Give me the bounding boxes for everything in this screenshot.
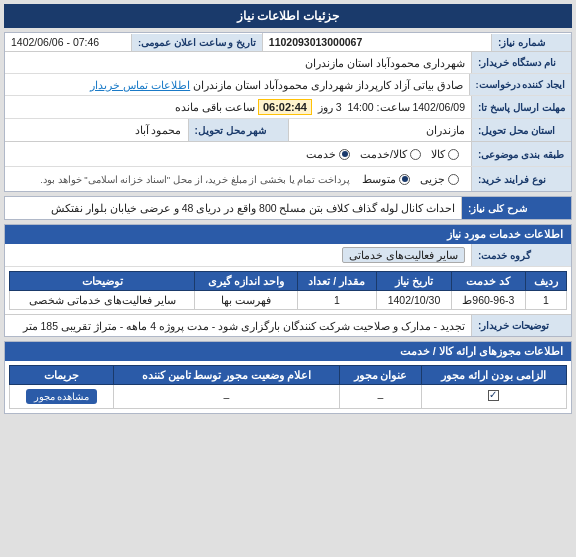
province-col: استان محل تحویل: مازندران — [288, 119, 572, 141]
city-label: شهر محل تحویل: — [188, 119, 288, 141]
radio-kk-icon — [410, 149, 421, 160]
radio-kala-icon — [448, 149, 459, 160]
cell-unit: فهرست بها — [195, 291, 297, 310]
creator-row: ایجاد کننده درخواست: صادق بیاتی آزاد کار… — [5, 74, 571, 96]
col-required: الزامی بودن ارائه مجور — [421, 366, 566, 385]
service-group-value: سایر فعالیت‌های خدماتی — [5, 244, 471, 266]
city-value: محمود آباد — [5, 119, 188, 141]
radio-khadmat-label: خدمت — [306, 148, 336, 160]
option-jozi[interactable]: جزیی — [420, 173, 459, 185]
cell-required — [421, 385, 566, 409]
city-col: شهر محل تحویل: محمود آباد — [5, 119, 288, 141]
radio-jozi-label: جزیی — [420, 173, 445, 185]
buyer-label: نام دستگاه خریدار: — [471, 52, 571, 73]
creator-text: صادق بیاتی آزاد کارپرداز شهرداری محمودآب… — [193, 79, 462, 91]
col-desc: توضیحات — [10, 272, 195, 291]
purchase-type-label: نوع فرایند خرید: — [471, 167, 571, 191]
remain-label: ساعت باقی مانده — [175, 101, 255, 113]
service-table-wrapper: ردیف کد خدمت تاریخ نیاز مقدار / تعداد وا… — [5, 267, 571, 314]
buyer-value: شهرداری محمودآباد استان مازندران — [5, 52, 471, 73]
services-title: اطلاعات خدمات مورد نیاز — [5, 225, 571, 244]
license-table-wrapper: الزامی بودن ارائه مجور عنوان مجور اعلام … — [5, 361, 571, 413]
service-group-label: گروه خدمت: — [471, 244, 571, 266]
option-kala[interactable]: کالا — [431, 148, 459, 160]
radio-khadmat-icon — [339, 149, 350, 160]
purchase-type-options: جزیی متوسط پرداخت تمام یا بخشی از مبلغ خ… — [5, 167, 471, 191]
number-cell: شماره نیاز: 1102093013000067 — [262, 33, 571, 51]
purchase-type-note: پرداخت تمام یا بخشی از مبلغ خرید، از محل… — [40, 174, 356, 185]
location-row: استان محل تحویل: مازندران شهر محل تحویل:… — [5, 119, 571, 142]
col-date: تاریخ نیاز — [377, 272, 452, 291]
sharh-value: احداث کانال لوله گذاف کلاف بتن مسلح 800 … — [5, 197, 461, 219]
cell-penalty: مشاهده مجور — [10, 385, 114, 409]
radio-jozi-icon — [448, 174, 459, 185]
view-license-button[interactable]: مشاهده مجور — [26, 389, 98, 404]
license-row: – – مشاهده مجور — [10, 385, 567, 409]
category-label: طبقه بندی موضوعی: — [471, 142, 571, 166]
col-status: اعلام وضعیت مجور توسط تامین کننده — [113, 366, 340, 385]
number-value: 1102093013000067 — [263, 33, 491, 51]
time-value: 14:00 — [347, 101, 373, 113]
creator-value: صادق بیاتی آزاد کارپرداز شهرداری محمودآب… — [5, 74, 469, 95]
service-group-row: گروه خدمت: سایر فعالیت‌های خدماتی — [5, 244, 571, 267]
col-row: ردیف — [525, 272, 566, 291]
license-card: اطلاعات مجوزهای ارائه کالا / خدمت الزامی… — [4, 341, 572, 414]
license-table-body: – – مشاهده مجور — [10, 385, 567, 409]
remain-value: 06:02:44 — [258, 99, 312, 115]
deadline-value: 1402/06/09 ساعت: 14:00 3 روز 06:02:44 سا… — [5, 96, 471, 118]
day-label: روز — [318, 101, 333, 113]
datetime-cell: تاریخ و ساعت اعلان عمومی: 1402/06/06 - 0… — [5, 33, 262, 51]
province-label: استان محل تحویل: — [471, 119, 571, 141]
category-options: کالا کالا/خدمت خدمت — [5, 142, 471, 166]
category-radio-group: کالا کالا/خدمت خدمت — [300, 145, 465, 163]
top-info-row: شماره نیاز: 1102093013000067 تاریخ و ساع… — [5, 33, 571, 52]
province-row: استان محل تحویل: مازندران — [289, 119, 572, 141]
contact-link[interactable]: اطلاعات تماس خریدار — [90, 79, 190, 91]
page-header: جزئیات اطلاعات نیاز — [4, 4, 572, 28]
category-row: طبقه بندی موضوعی: کالا کالا/خدمت خدمت — [5, 142, 571, 167]
license-header-row: الزامی بودن ارائه مجور عنوان مجور اعلام … — [10, 366, 567, 385]
datetime-label: تاریخ و ساعت اعلان عمومی: — [131, 34, 262, 51]
cell-date: 1402/10/30 — [377, 291, 452, 310]
purchase-type-row: نوع فرایند خرید: جزیی متوسط پرداخت تمام … — [5, 167, 571, 191]
purchase-radio-group: جزیی متوسط — [356, 170, 465, 188]
datetime-value: 1402/06/06 - 07:46 — [5, 33, 131, 51]
option-motavset[interactable]: متوسط — [362, 173, 410, 185]
buyer-desc-label: توضیحات خریدار: — [471, 315, 571, 336]
cell-code: 960-96-3ط — [451, 291, 525, 310]
radio-kk-label: کالا/خدمت — [360, 148, 407, 160]
buyer-row: نام دستگاه خریدار: شهرداری محمودآباد است… — [5, 52, 571, 74]
cell-desc: سایر فعالیت‌های خدماتی شخصی — [10, 291, 195, 310]
table-row: 1 960-96-3ط 1402/10/30 1 فهرست بها سایر … — [10, 291, 567, 310]
city-row: شهر محل تحویل: محمود آباد — [5, 119, 288, 141]
page-wrapper: جزئیات اطلاعات نیاز شماره نیاز: 11020930… — [0, 0, 576, 557]
license-table: الزامی بودن ارائه مجور عنوان مجور اعلام … — [9, 365, 567, 409]
required-checkbox-icon[interactable] — [488, 390, 499, 401]
deadline-row: مهلت ارسال پاسخ تا: 1402/06/09 ساعت: 14:… — [5, 96, 571, 119]
col-unit: واحد اندازه گیری — [195, 272, 297, 291]
cell-qty: 1 — [297, 291, 377, 310]
number-label: شماره نیاز: — [491, 34, 571, 51]
sharh-label: شرح کلی نیاز: — [461, 197, 571, 219]
sharh-row: شرح کلی نیاز: احداث کانال لوله گذاف کلاف… — [5, 197, 571, 219]
cell-title: – — [340, 385, 421, 409]
col-code: کد خدمت — [451, 272, 525, 291]
license-table-head: الزامی بودن ارائه مجور عنوان مجور اعلام … — [10, 366, 567, 385]
col-penalty: جریمات — [10, 366, 114, 385]
time-label: ساعت: — [377, 101, 410, 113]
description-card: شرح کلی نیاز: احداث کانال لوله گذاف کلاف… — [4, 196, 572, 220]
province-value: مازندران — [289, 119, 472, 141]
service-table: ردیف کد خدمت تاریخ نیاز مقدار / تعداد وا… — [9, 271, 567, 310]
radio-motavset-label: متوسط — [362, 173, 396, 185]
deadline-date: 1402/06/09 — [412, 101, 465, 113]
creator-label: ایجاد کننده درخواست: — [469, 74, 571, 95]
cell-status: – — [113, 385, 340, 409]
service-table-head: ردیف کد خدمت تاریخ نیاز مقدار / تعداد وا… — [10, 272, 567, 291]
group-badge: سایر فعالیت‌های خدماتی — [342, 247, 465, 263]
option-khadmat[interactable]: خدمت — [306, 148, 350, 160]
header-title: جزئیات اطلاعات نیاز — [237, 9, 339, 23]
services-card: اطلاعات خدمات مورد نیاز گروه خدمت: سایر … — [4, 224, 572, 337]
col-title: عنوان مجور — [340, 366, 421, 385]
deadline-label: مهلت ارسال پاسخ تا: — [471, 96, 571, 118]
option-kala-khadmat[interactable]: کالا/خدمت — [360, 148, 421, 160]
